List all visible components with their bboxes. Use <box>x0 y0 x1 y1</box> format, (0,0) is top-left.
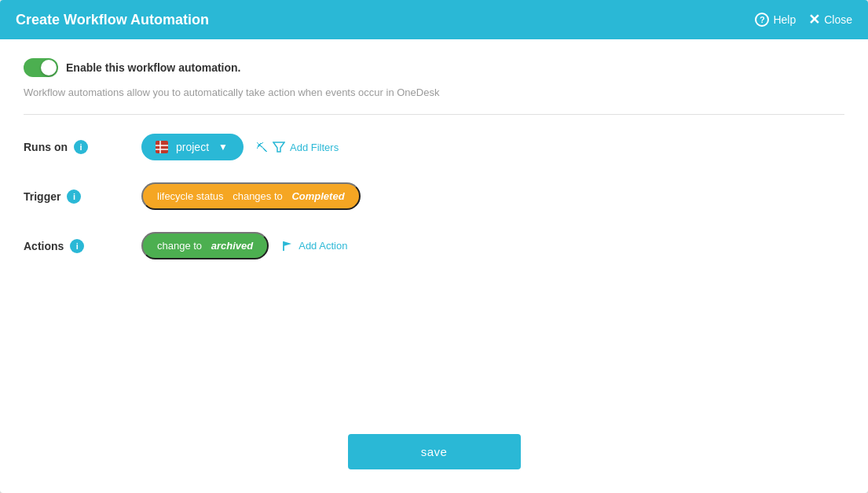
modal-content: Enable this workflow automation. Workflo… <box>0 39 868 421</box>
actions-label-group: Actions i <box>24 239 141 253</box>
trigger-pill[interactable]: lifecycle status changes to Completed <box>141 182 361 210</box>
filter-icon: ⛏ <box>256 141 268 154</box>
runs-on-row: Runs on i project ▼ ⛏ <box>24 134 844 160</box>
modal-footer: save <box>0 421 868 493</box>
svg-marker-4 <box>273 142 284 152</box>
trigger-content: lifecycle status changes to Completed <box>141 182 844 210</box>
close-icon: ✕ <box>808 11 820 28</box>
funnel-icon <box>273 141 285 153</box>
trigger-pill-prefix: lifecycle status <box>157 190 224 202</box>
dropdown-arrow-icon: ▼ <box>218 142 228 153</box>
actions-label: Actions <box>24 240 64 252</box>
runs-on-label: Runs on <box>24 141 68 153</box>
add-filters-button[interactable]: ⛏ Add Filters <box>256 141 339 154</box>
divider <box>24 114 844 115</box>
svg-marker-6 <box>284 241 291 246</box>
actions-content: change to archived Add Action <box>141 232 844 259</box>
flag-icon <box>281 240 294 252</box>
subtitle-text: Workflow automations allow you to automa… <box>24 86 844 98</box>
trigger-pill-value: Completed <box>291 190 344 202</box>
runs-on-info-icon[interactable]: i <box>74 140 88 154</box>
svg-rect-0 <box>156 141 168 153</box>
enable-toggle[interactable] <box>24 58 58 77</box>
help-icon: ? <box>755 13 769 27</box>
header-actions: ? Help ✕ Close <box>755 11 852 28</box>
runs-on-label-group: Runs on i <box>24 140 141 154</box>
trigger-label-group: Trigger i <box>24 189 141 204</box>
save-button[interactable]: save <box>348 434 521 469</box>
trigger-pill-middle: changes to <box>233 190 283 202</box>
modal-title: Create Workflow Automation <box>16 12 209 28</box>
trigger-row: Trigger i lifecycle status changes to Co… <box>24 182 844 210</box>
modal-create-workflow: Create Workflow Automation ? Help ✕ Clos… <box>0 0 868 493</box>
action-pill-prefix: change to <box>157 240 202 252</box>
actions-info-icon[interactable]: i <box>70 239 84 253</box>
project-dropdown-value: project <box>176 141 209 153</box>
action-pill-value: archived <box>211 240 253 252</box>
close-button[interactable]: ✕ Close <box>808 11 852 28</box>
help-button[interactable]: ? Help <box>755 13 796 27</box>
help-label: Help <box>773 13 796 26</box>
modal-header: Create Workflow Automation ? Help ✕ Clos… <box>0 0 868 39</box>
add-action-button[interactable]: Add Action <box>281 240 347 252</box>
add-action-label: Add Action <box>298 240 347 252</box>
project-dropdown[interactable]: project ▼ <box>141 134 244 160</box>
project-icon <box>154 139 170 155</box>
add-filters-label: Add Filters <box>290 142 339 153</box>
enable-toggle-row: Enable this workflow automation. <box>24 58 844 77</box>
close-label: Close <box>824 13 852 26</box>
actions-row: Actions i change to archived Add Action <box>24 232 844 259</box>
action-pill[interactable]: change to archived <box>141 232 269 259</box>
trigger-info-icon[interactable]: i <box>67 189 81 204</box>
toggle-label: Enable this workflow automation. <box>66 61 240 74</box>
trigger-label: Trigger <box>24 190 60 203</box>
runs-on-content: project ▼ ⛏ Add Filters <box>141 134 844 160</box>
